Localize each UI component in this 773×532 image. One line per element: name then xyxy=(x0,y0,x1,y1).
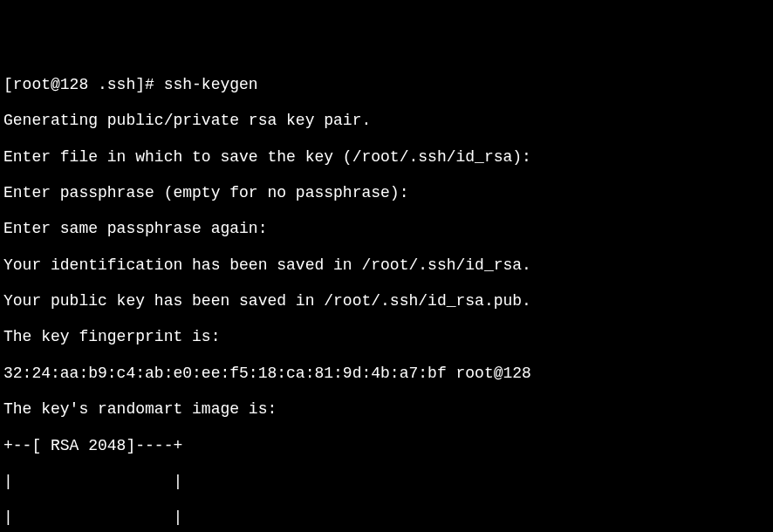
terminal-line: Generating public/private rsa key pair. xyxy=(3,112,770,130)
terminal-line: | | xyxy=(3,508,770,527)
terminal-line: +--[ RSA 2048]----+ xyxy=(3,437,770,455)
terminal-line: [root@128 .ssh]# ssh-keygen xyxy=(3,76,770,94)
terminal-line: 32:24:aa:b9:c4:ab:e0:ee:f5:18:ca:81:9d:4… xyxy=(3,365,770,383)
terminal-line: | | xyxy=(3,473,770,491)
terminal-line: Your identification has been saved in /r… xyxy=(3,256,770,275)
terminal-line: The key fingerprint is: xyxy=(3,328,770,346)
terminal-line: Enter file in which to save the key (/ro… xyxy=(3,148,770,167)
terminal-line: Enter same passphrase again: xyxy=(3,220,770,238)
terminal-line: The key's randomart image is: xyxy=(3,400,770,419)
terminal-line: Your public key has been saved in /root/… xyxy=(3,292,770,310)
terminal-line: Enter passphrase (empty for no passphras… xyxy=(3,184,770,202)
